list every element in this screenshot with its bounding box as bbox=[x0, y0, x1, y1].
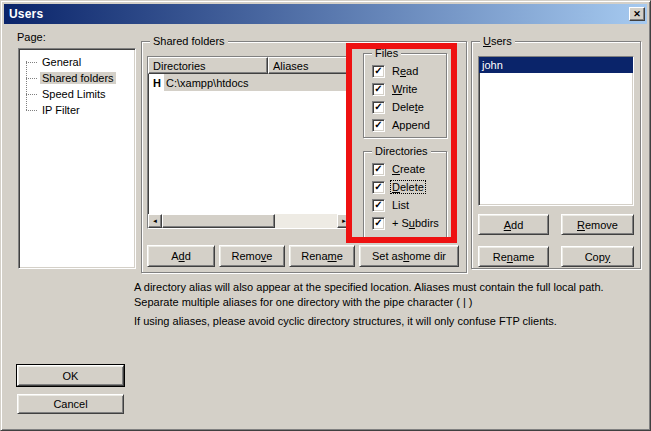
user-item-john[interactable]: john bbox=[479, 57, 633, 73]
scroll-left-button[interactable]: ◄ bbox=[148, 214, 162, 228]
delete-dirs-checkbox[interactable]: ✓ bbox=[372, 181, 385, 194]
scrollbar-track[interactable] bbox=[275, 214, 337, 228]
users-group-label: Users bbox=[480, 35, 515, 47]
cyclic-note: If using aliases, please avoid cyclic di… bbox=[134, 314, 639, 329]
checkbox-row-subdirs[interactable]: ✓ + Subdirs bbox=[372, 216, 440, 230]
shared-folders-group-label: Shared folders bbox=[150, 35, 228, 47]
shared-folders-table: Directories Aliases H C:\xampp\htdocs ◄ … bbox=[147, 56, 352, 229]
directory-cell: C:\xampp\htdocs bbox=[164, 74, 351, 91]
read-checkbox[interactable]: ✓ bbox=[372, 65, 385, 78]
horizontal-scrollbar[interactable]: ◄ ► bbox=[148, 214, 351, 228]
page-label: Page: bbox=[17, 31, 46, 43]
table-header: Directories Aliases bbox=[148, 57, 351, 74]
users-dialog: Users ✕ Page: General Shared folders Spe… bbox=[0, 0, 651, 431]
folder-remove-button[interactable]: Remove bbox=[219, 245, 285, 267]
checkbox-row-write[interactable]: ✓ Write bbox=[372, 82, 418, 96]
column-header-aliases[interactable]: Aliases bbox=[268, 57, 351, 74]
folder-rename-button[interactable]: Rename bbox=[289, 245, 355, 267]
write-checkbox[interactable]: ✓ bbox=[372, 83, 385, 96]
window-title: Users bbox=[9, 7, 43, 21]
checkbox-row-list[interactable]: ✓ List bbox=[372, 198, 410, 212]
delete-files-checkbox[interactable]: ✓ bbox=[372, 101, 385, 114]
page-item-shared-folders[interactable]: Shared folders bbox=[19, 70, 135, 86]
checkbox-row-delete-dirs[interactable]: ✓ Delete bbox=[372, 180, 425, 194]
page-list: General Shared folders Speed Limits IP F… bbox=[18, 48, 136, 269]
users-list: john bbox=[478, 56, 634, 206]
append-checkbox[interactable]: ✓ bbox=[372, 119, 385, 132]
create-checkbox[interactable]: ✓ bbox=[372, 163, 385, 176]
user-copy-button[interactable]: Copy bbox=[561, 246, 634, 267]
scroll-left-icon: ◄ bbox=[152, 218, 158, 224]
page-item-ip-filter[interactable]: IP Filter bbox=[19, 102, 135, 118]
checkbox-row-read[interactable]: ✓ Read bbox=[372, 64, 419, 78]
files-group-label: Files bbox=[372, 47, 401, 59]
scrollbar-thumb[interactable] bbox=[162, 214, 275, 228]
directories-group-label: Directories bbox=[372, 145, 431, 157]
subdirs-checkbox[interactable]: ✓ bbox=[372, 217, 385, 230]
tree-line bbox=[26, 94, 37, 95]
list-checkbox[interactable]: ✓ bbox=[372, 199, 385, 212]
directories-permissions-group: Directories ✓ Create ✓ Delete ✓ List ✓ +… bbox=[363, 151, 447, 238]
folder-add-button[interactable]: Add bbox=[147, 245, 215, 267]
ok-button[interactable]: OK bbox=[17, 365, 124, 386]
user-add-button[interactable]: Add bbox=[478, 214, 549, 235]
table-row[interactable]: H C:\xampp\htdocs bbox=[148, 74, 351, 91]
tree-line bbox=[26, 78, 37, 79]
close-button[interactable]: ✕ bbox=[629, 7, 645, 21]
files-permissions-group: Files ✓ Read ✓ Write ✓ Delete ✓ Append bbox=[363, 53, 447, 138]
alias-note: A directory alias will also appear at th… bbox=[134, 280, 639, 310]
user-remove-button[interactable]: Remove bbox=[561, 214, 634, 235]
scroll-right-icon: ► bbox=[341, 218, 347, 224]
title-bar: Users ✕ bbox=[4, 4, 647, 24]
user-rename-button[interactable]: Rename bbox=[478, 246, 549, 267]
tree-line bbox=[26, 110, 37, 111]
tree-line bbox=[26, 62, 37, 63]
close-icon: ✕ bbox=[633, 10, 641, 19]
column-header-directories[interactable]: Directories bbox=[148, 57, 268, 74]
home-marker: H bbox=[148, 77, 164, 89]
scroll-right-button[interactable]: ► bbox=[337, 214, 351, 228]
page-item-speed-limits[interactable]: Speed Limits bbox=[19, 86, 135, 102]
page-item-general[interactable]: General bbox=[19, 54, 135, 70]
checkbox-row-delete-files[interactable]: ✓ Delete bbox=[372, 100, 425, 114]
checkbox-row-create[interactable]: ✓ Create bbox=[372, 162, 426, 176]
cancel-button[interactable]: Cancel bbox=[17, 394, 124, 414]
set-as-home-dir-button[interactable]: Set as home dir bbox=[359, 245, 459, 267]
checkbox-row-append[interactable]: ✓ Append bbox=[372, 118, 431, 132]
table-empty-area bbox=[148, 91, 351, 214]
